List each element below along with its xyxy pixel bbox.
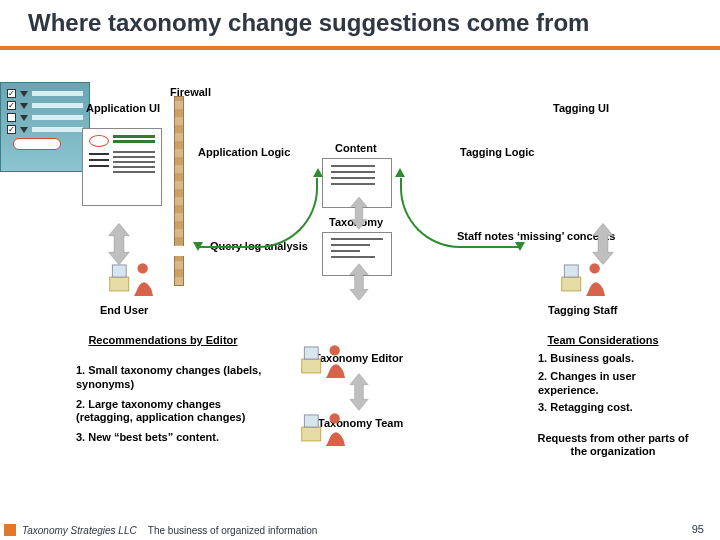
footer-brand: Taxonomy Strategies LLC: [22, 525, 137, 536]
svg-rect-5: [110, 277, 129, 291]
arrowhead-icon: [313, 168, 323, 177]
svg-rect-6: [112, 265, 126, 277]
arrowhead-icon: [193, 242, 203, 251]
double-arrow-icon: [348, 264, 370, 301]
recommendation-item: 2. Large taxonomy changes (retagging, ap…: [76, 398, 266, 426]
label-tag-ui: Tagging UI: [553, 102, 609, 115]
page-number: 95: [692, 523, 704, 535]
arrowhead-icon: [515, 242, 525, 251]
svg-rect-15: [304, 415, 318, 427]
team-considerations-title: Team Considerations: [523, 334, 683, 347]
slide-title: Where taxonomy change suggestions come f…: [0, 0, 720, 42]
svg-rect-14: [302, 427, 321, 441]
person-at-computer-icon: [300, 340, 352, 380]
svg-point-7: [137, 263, 147, 273]
diagram-canvas: Firewall Application UI Tagging UI Appli…: [0, 82, 720, 514]
person-at-computer-icon: [300, 408, 352, 448]
firewall-bar: [174, 96, 184, 286]
recommendations-list: 1. Small taxonomy changes (labels, synon…: [76, 364, 266, 451]
svg-point-10: [589, 263, 599, 273]
label-firewall: Firewall: [170, 86, 211, 99]
label-tag-logic: Tagging Logic: [460, 146, 534, 159]
recommendation-item: 1. Small taxonomy changes (labels, synon…: [76, 364, 266, 392]
svg-marker-4: [350, 374, 368, 411]
person-at-computer-icon: [560, 258, 612, 298]
footer-tagline: The business of organized information: [148, 525, 318, 536]
application-ui-mock: [82, 128, 162, 206]
recommendations-title: Recommendations by Editor: [78, 334, 248, 347]
svg-rect-11: [302, 359, 321, 373]
label-app-logic: Application Logic: [198, 146, 290, 159]
title-rule: [0, 46, 720, 50]
footer-text: Taxonomy Strategies LLC The business of …: [0, 525, 317, 536]
requests-label: Requests from other parts of the organiz…: [528, 432, 698, 458]
arrow-tag-to-content: [400, 178, 520, 248]
recommendation-item: 3. New “best bets” content.: [76, 431, 266, 445]
team-item: 2. Changes in user experience.: [538, 370, 698, 398]
svg-rect-12: [304, 347, 318, 359]
person-at-computer-icon: [108, 258, 160, 298]
team-item: 1. Business goals.: [538, 352, 698, 366]
svg-marker-1: [351, 197, 367, 229]
svg-marker-2: [350, 264, 368, 301]
arrow-app-to-content: [198, 178, 318, 248]
arrowhead-icon: [395, 168, 405, 177]
team-item: 3. Retagging cost.: [538, 401, 698, 415]
firewall-gap: [174, 246, 184, 256]
double-arrow-icon: [349, 197, 369, 229]
tagging-ui-mock: ✓ ✓ ✓: [0, 82, 90, 172]
svg-point-16: [329, 413, 339, 423]
svg-rect-9: [564, 265, 578, 277]
team-considerations-list: 1. Business goals. 2. Changes in user ex…: [538, 352, 698, 419]
svg-rect-8: [562, 277, 581, 291]
label-tagging-staff: Tagging Staff: [548, 304, 617, 317]
label-app-ui: Application UI: [86, 102, 160, 115]
svg-point-13: [329, 345, 339, 355]
label-end-user: End User: [100, 304, 148, 317]
label-content: Content: [335, 142, 377, 155]
